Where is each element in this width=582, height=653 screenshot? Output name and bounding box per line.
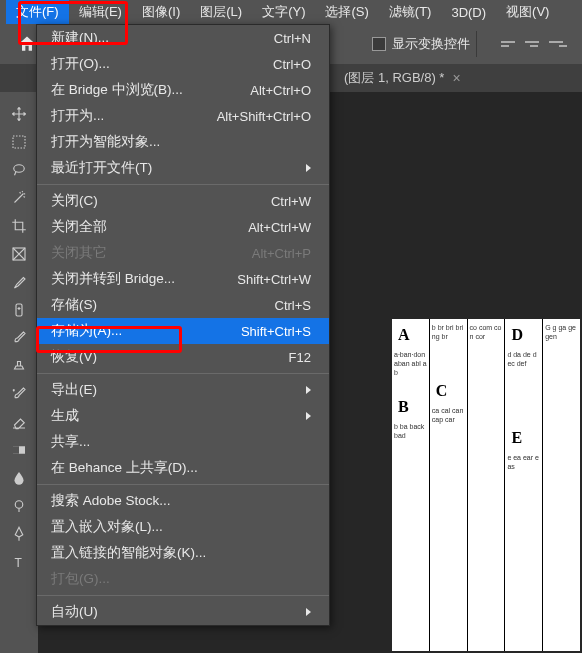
- menu-item-place-linked[interactable]: 置入链接的智能对象(K)...: [37, 540, 329, 566]
- menu-item-label: 在 Bridge 中浏览(B)...: [51, 81, 183, 99]
- home-icon: [17, 34, 37, 54]
- menu-item-generate[interactable]: 生成: [37, 403, 329, 429]
- menu-item-close-all[interactable]: 关闭全部Alt+Ctrl+W: [37, 214, 329, 240]
- chevron-right-icon: [306, 164, 311, 172]
- doc-letter-e: E: [511, 428, 540, 449]
- menu-item-label: 打包(G)...: [51, 570, 110, 588]
- doc-text: G g ga ge gen: [545, 323, 578, 341]
- menu-3d[interactable]: 3D(D): [441, 2, 496, 23]
- tab-title: (图层 1, RGB/8) *: [344, 69, 444, 87]
- eyedropper-tool[interactable]: [2, 268, 36, 296]
- menu-edit[interactable]: 编辑(E): [69, 0, 132, 24]
- menu-filter[interactable]: 滤镜(T): [379, 0, 442, 24]
- menu-item-label: 存储(S): [51, 296, 97, 314]
- dodge-tool[interactable]: [2, 492, 36, 520]
- menu-separator: [37, 595, 329, 596]
- divider: [476, 31, 477, 57]
- menu-item-save[interactable]: 存储(S)Ctrl+S: [37, 292, 329, 318]
- menu-file[interactable]: 文件(F): [6, 0, 69, 24]
- menu-item-open-as-smart-object[interactable]: 打开为智能对象...: [37, 129, 329, 155]
- blur-tool[interactable]: [2, 464, 36, 492]
- doc-text: d da de dec def: [507, 350, 540, 368]
- doc-col-2: b br bri bring br C ca cal can cap car: [430, 319, 468, 651]
- menu-item-export[interactable]: 导出(E): [37, 377, 329, 403]
- doc-letter-b: B: [398, 397, 427, 418]
- menu-item-close[interactable]: 关闭(C)Ctrl+W: [37, 188, 329, 214]
- move-tool[interactable]: [2, 100, 36, 128]
- menu-item-close-go-to-bridge[interactable]: 关闭并转到 Bridge...Shift+Ctrl+W: [37, 266, 329, 292]
- menu-item-browse-in-bridge[interactable]: 在 Bridge 中浏览(B)...Alt+Ctrl+O: [37, 77, 329, 103]
- align-group: [501, 37, 567, 51]
- menu-select[interactable]: 选择(S): [315, 0, 378, 24]
- document-image: A a·ban·don aban abl ab B b ba back bad …: [392, 319, 580, 651]
- menu-type[interactable]: 文字(Y): [252, 0, 315, 24]
- menu-layer[interactable]: 图层(L): [190, 0, 252, 24]
- menu-item-share[interactable]: 共享...: [37, 429, 329, 455]
- marquee-tool[interactable]: [2, 128, 36, 156]
- show-transform-controls[interactable]: 显示变换控件: [372, 35, 470, 53]
- menu-item-save-as[interactable]: 存储为(A)...Shift+Ctrl+S: [37, 318, 329, 344]
- frame-tool[interactable]: [2, 240, 36, 268]
- menu-item-open-recent[interactable]: 最近打开文件(T): [37, 155, 329, 181]
- align-left-icon[interactable]: [501, 37, 519, 51]
- menu-image[interactable]: 图像(I): [132, 0, 190, 24]
- menu-shortcut: Shift+Ctrl+S: [241, 324, 311, 339]
- clone-stamp-tool[interactable]: [2, 352, 36, 380]
- menu-item-open[interactable]: 打开(O)...Ctrl+O: [37, 51, 329, 77]
- type-tool[interactable]: T: [2, 548, 36, 576]
- chevron-right-icon: [306, 608, 311, 616]
- doc-col-3: co com con cor: [468, 319, 506, 651]
- menu-item-revert[interactable]: 恢复(V)F12: [37, 344, 329, 370]
- lasso-tool[interactable]: [2, 156, 36, 184]
- menu-item-label: 关闭并转到 Bridge...: [51, 270, 175, 288]
- menu-separator: [37, 373, 329, 374]
- menu-item-search-adobe-stock[interactable]: 搜索 Adobe Stock...: [37, 488, 329, 514]
- close-icon[interactable]: ×: [452, 70, 460, 86]
- brush-tool[interactable]: [2, 324, 36, 352]
- menu-item-label: 存储为(A)...: [51, 322, 122, 340]
- menu-view[interactable]: 视图(V): [496, 0, 559, 24]
- crop-tool[interactable]: [2, 212, 36, 240]
- document-tab[interactable]: (图层 1, RGB/8) * ×: [334, 64, 471, 92]
- menu-shortcut: Ctrl+O: [273, 57, 311, 72]
- doc-col-5: G g ga ge gen: [543, 319, 580, 651]
- align-center-icon[interactable]: [525, 37, 543, 51]
- svg-text:T: T: [15, 556, 23, 570]
- chevron-right-icon: [306, 412, 311, 420]
- menu-shortcut: Alt+Ctrl+W: [248, 220, 311, 235]
- history-brush-tool[interactable]: [2, 380, 36, 408]
- magic-wand-tool[interactable]: [2, 184, 36, 212]
- menu-item-label: 自动(U): [51, 603, 98, 621]
- pen-tool[interactable]: [2, 520, 36, 548]
- checkbox-icon[interactable]: [372, 37, 386, 51]
- show-transform-label: 显示变换控件: [392, 35, 470, 53]
- svg-rect-5: [13, 446, 19, 454]
- menu-shortcut: Shift+Ctrl+W: [237, 272, 311, 287]
- menu-item-share-on-behance[interactable]: 在 Behance 上共享(D)...: [37, 455, 329, 481]
- align-right-icon[interactable]: [549, 37, 567, 51]
- menu-item-label: 导出(E): [51, 381, 97, 399]
- eraser-tool[interactable]: [2, 408, 36, 436]
- doc-col-1: A a·ban·don aban abl ab B b ba back bad: [392, 319, 430, 651]
- healing-brush-tool[interactable]: [2, 296, 36, 324]
- doc-text: b ba back bad: [394, 422, 427, 440]
- doc-text: e ea ear eas: [507, 453, 540, 471]
- doc-letter-c: C: [436, 381, 465, 402]
- menu-item-label: 关闭其它: [51, 244, 107, 262]
- menu-item-automate[interactable]: 自动(U): [37, 599, 329, 625]
- menu-shortcut: Alt+Ctrl+O: [250, 83, 311, 98]
- menu-item-label: 置入链接的智能对象(K)...: [51, 544, 206, 562]
- menu-item-new[interactable]: 新建(N)...Ctrl+N: [37, 25, 329, 51]
- menu-item-open-as[interactable]: 打开为...Alt+Shift+Ctrl+O: [37, 103, 329, 129]
- menu-item-label: 搜索 Adobe Stock...: [51, 492, 171, 510]
- menu-item-label: 恢复(V): [51, 348, 97, 366]
- menu-item-place-embedded[interactable]: 置入嵌入对象(L)...: [37, 514, 329, 540]
- menubar: 文件(F) 编辑(E) 图像(I) 图层(L) 文字(Y) 选择(S) 滤镜(T…: [0, 0, 582, 24]
- menu-shortcut: Ctrl+S: [275, 298, 311, 313]
- doc-text: co com con cor: [470, 323, 503, 341]
- menu-item-package: 打包(G)...: [37, 566, 329, 592]
- menu-shortcut: Ctrl+W: [271, 194, 311, 209]
- menu-item-label: 打开为...: [51, 107, 104, 125]
- menu-item-label: 在 Behance 上共享(D)...: [51, 459, 198, 477]
- gradient-tool[interactable]: [2, 436, 36, 464]
